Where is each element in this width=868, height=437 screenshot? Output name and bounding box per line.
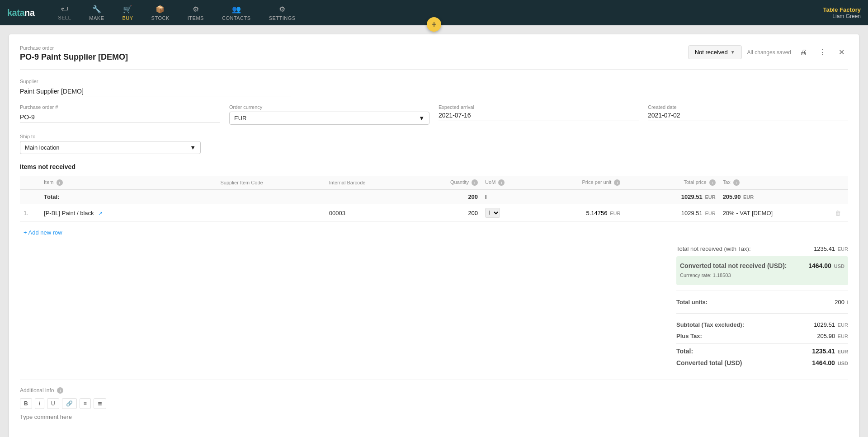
- row-1-delete[interactable]: 🗑: [828, 204, 848, 222]
- make-icon: 🔧: [92, 5, 102, 14]
- item-info-icon: i: [57, 179, 63, 186]
- totals-panel: Total not received (with Tax): 1235.41 E…: [676, 243, 848, 369]
- po-number-field: Purchase order #: [20, 104, 220, 125]
- nav-contacts[interactable]: 👥 CONTACTS: [213, 1, 260, 24]
- po-number-label: Purchase order #: [20, 104, 220, 110]
- total-value: 1235.41 EUR: [812, 348, 848, 355]
- total-row-total: 1029.51 EUR: [624, 190, 719, 204]
- row-1-qty[interactable]: [420, 204, 481, 222]
- expected-arrival-label: Expected arrival: [439, 104, 639, 110]
- add-button[interactable]: +: [427, 17, 441, 32]
- ship-to-dropdown-arrow: ▼: [190, 144, 196, 151]
- tax-info-icon: i: [733, 179, 740, 186]
- ordered-list-button[interactable]: ≣: [94, 398, 106, 409]
- total-not-received-line: Total not received (with Tax): 1235.41 E…: [676, 243, 848, 254]
- contacts-icon: 👥: [232, 5, 241, 14]
- additional-info-section: Additional info i B I U 🔗 ≡ ≣: [20, 380, 848, 433]
- po-number-input[interactable]: [20, 112, 220, 123]
- additional-info-header: Additional info i: [20, 387, 848, 394]
- ship-to-select[interactable]: Main location ▼: [20, 141, 201, 154]
- col-header-uom: UoM i: [481, 176, 536, 190]
- po-label: Purchase order: [20, 45, 128, 51]
- nav-stock[interactable]: 📦 STOCK: [142, 1, 179, 24]
- card-header: Purchase order PO-9 Paint Supplier [DEMO…: [20, 45, 848, 70]
- settings-icon: ⚙: [279, 5, 286, 14]
- total-row-num: [20, 190, 40, 204]
- nav-contacts-label: CONTACTS: [222, 15, 251, 21]
- row-1-price[interactable]: EUR: [536, 204, 624, 222]
- items-section-title: Items not received: [20, 163, 848, 170]
- italic-button[interactable]: I: [35, 398, 44, 409]
- nav-stock-label: STOCK: [151, 15, 170, 21]
- table-row: 1. [P-BL] Paint / black ↗ 00003: [20, 204, 848, 222]
- col-header-delete: [828, 176, 848, 190]
- underline-button[interactable]: U: [47, 398, 59, 409]
- add-row-button[interactable]: + Add new row: [24, 229, 62, 236]
- created-date-value: 2021-07-02: [648, 112, 848, 121]
- created-date-field: Created date 2021-07-02: [648, 104, 848, 125]
- row-1-barcode: 00003: [326, 204, 420, 222]
- row-1-price-input[interactable]: [576, 210, 608, 216]
- col-header-item: Item i: [40, 176, 217, 190]
- row-1-qty-input[interactable]: [451, 210, 478, 216]
- saved-status: All changes saved: [747, 49, 791, 56]
- supplier-input[interactable]: [20, 86, 291, 97]
- bold-button[interactable]: B: [20, 398, 32, 409]
- app-logo: katana: [7, 8, 34, 18]
- currency-value: EUR: [234, 115, 246, 122]
- total-row-uom: l: [481, 190, 536, 204]
- status-dropdown-arrow: ▼: [731, 50, 735, 55]
- nav-items[interactable]: ⚙ ITEMS: [179, 1, 213, 24]
- nav-settings-label: SETTINGS: [269, 15, 296, 21]
- main-content: Purchase order PO-9 Paint Supplier [DEMO…: [0, 25, 868, 437]
- converted-total-highlight: Converted total not received (USD): 1464…: [676, 256, 848, 285]
- row-1-supplier-code-input[interactable]: [220, 210, 321, 216]
- additional-info-icon: i: [57, 387, 63, 394]
- row-1-supplier-code[interactable]: [217, 204, 325, 222]
- row-1-tax[interactable]: 20% - VAT [DEMO]: [719, 204, 828, 222]
- supplier-label: Supplier: [20, 79, 291, 84]
- nav-sell[interactable]: 🏷 SELL: [49, 1, 80, 24]
- table-total-row: Total: 200 l 1029.51 EUR 205.90 EUR: [20, 190, 848, 204]
- converted-grand-total-value: 1464.00 USD: [812, 359, 848, 367]
- col-header-supplier-code: Supplier Item Code: [217, 176, 325, 190]
- list-button[interactable]: ≡: [80, 398, 91, 409]
- nav-sell-label: SELL: [58, 15, 71, 20]
- close-button[interactable]: ✕: [835, 46, 848, 59]
- items-icon: ⚙: [193, 5, 199, 14]
- company-name: Table Factory: [823, 6, 861, 13]
- items-table: Item i Supplier Item Code Internal Barco…: [20, 176, 848, 222]
- row-1-num: 1.: [20, 204, 40, 222]
- row-1-uom-select[interactable]: l: [485, 208, 500, 218]
- expected-arrival-field: Expected arrival 2021-07-16: [439, 104, 639, 125]
- buy-icon: 🛒: [123, 5, 132, 14]
- sell-icon: 🏷: [61, 5, 69, 13]
- more-options-button[interactable]: ⋮: [816, 46, 829, 59]
- comment-textarea[interactable]: [20, 414, 848, 432]
- converted-grand-total-line: Converted total (USD) 1464.00 USD: [676, 357, 848, 369]
- company-user-info[interactable]: Table Factory Liam Green: [823, 6, 861, 19]
- row-1-price-currency: EUR: [610, 211, 620, 216]
- nav-make[interactable]: 🔧 MAKE: [80, 1, 113, 24]
- total-row-qty: 200: [420, 190, 481, 204]
- plus-tax-line: Plus Tax: 205.90 EUR: [676, 330, 848, 342]
- row-1-total: 1029.51 EUR: [624, 204, 719, 222]
- row-1-total-currency: EUR: [705, 211, 715, 216]
- stock-icon: 📦: [156, 5, 165, 14]
- total-row-tax: 205.90 EUR: [719, 190, 828, 204]
- nav-make-label: MAKE: [89, 15, 104, 21]
- nav-settings[interactable]: ⚙ SETTINGS: [260, 1, 305, 24]
- col-header-barcode: Internal Barcode: [326, 176, 420, 190]
- order-currency-label: Order currency: [229, 104, 429, 110]
- col-header-tax: Tax i: [719, 176, 828, 190]
- order-currency-select[interactable]: EUR ▼: [229, 112, 429, 125]
- link-button[interactable]: 🔗: [62, 398, 77, 409]
- ship-to-field: Ship to Main location ▼: [20, 134, 201, 154]
- nav-buy[interactable]: 🛒 BUY: [113, 1, 142, 24]
- supplier-field: Supplier: [20, 79, 291, 97]
- row-1-external-link-icon[interactable]: ↗: [98, 210, 103, 216]
- status-label: Not received: [695, 49, 728, 56]
- row-1-uom[interactable]: l: [481, 204, 536, 222]
- status-button[interactable]: Not received ▼: [688, 45, 742, 59]
- print-button[interactable]: 🖨: [797, 46, 810, 59]
